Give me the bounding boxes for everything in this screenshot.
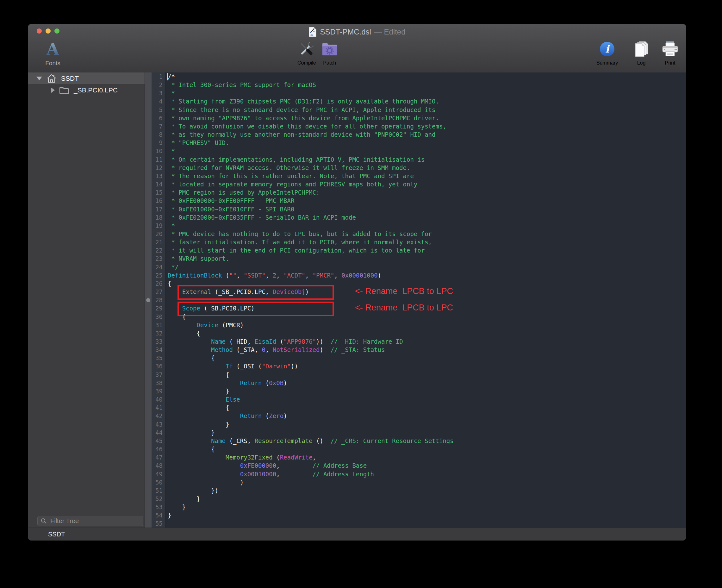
- code-token: 0x0B: [269, 379, 283, 386]
- gutter-line-number: 25: [152, 271, 166, 279]
- code-line[interactable]: 0xFE000000, // Address Base: [166, 461, 686, 470]
- code-line[interactable]: * 0xFE010000~0xFE010FFF - SPI BAR0: [166, 205, 686, 213]
- disclosure-closed-icon[interactable]: [51, 87, 55, 93]
- search-icon: [41, 518, 47, 524]
- code-line[interactable]: * "PCHRESV" UID.: [166, 139, 686, 147]
- code-line[interactable]: Return (0x0B): [166, 379, 686, 387]
- code-line[interactable]: Scope (_SB.PCI0.LPC)<- Rename LPCB to LP…: [166, 304, 686, 312]
- gutter-line-number: 17: [152, 205, 166, 213]
- code-line[interactable]: Name (_HID, EisaId ("APP9876")) // _HID:…: [166, 337, 686, 345]
- code-line[interactable]: * own naming "APP9876" to access this de…: [166, 114, 686, 122]
- code-line[interactable]: * 0xFE020000~0xFE035FFF - SerialIo BAR i…: [166, 213, 686, 222]
- code-line[interactable]: {: [166, 313, 686, 321]
- toolbar-print-button[interactable]: Print: [658, 40, 682, 66]
- code-token: "PMCR": [313, 272, 335, 279]
- code-line[interactable]: * it will start in the end of PCI config…: [166, 246, 686, 254]
- filter-tree-input[interactable]: [50, 517, 140, 525]
- code-line[interactable]: * Since there is no standard device for …: [166, 106, 686, 114]
- sidebar-item-sb-pci0-lpc[interactable]: _SB.PCI0.LPC: [28, 84, 145, 96]
- summary-icon: i: [599, 40, 615, 58]
- code-line[interactable]: Else: [166, 395, 686, 403]
- code-token: *: [168, 222, 175, 229]
- code-line[interactable]: }: [166, 495, 686, 503]
- code-line[interactable]: *: [166, 147, 686, 155]
- toolbar-fonts-button[interactable]: A Fonts: [36, 40, 70, 66]
- code-line[interactable]: [166, 519, 686, 528]
- editor-margin-row: [145, 254, 152, 263]
- code-token: DefinitionBlock: [168, 272, 222, 279]
- code-token: }: [168, 504, 186, 510]
- gutter-line-number: 38: [152, 379, 166, 387]
- code-token: "Darwin": [262, 363, 291, 370]
- code-line[interactable]: }): [166, 486, 686, 495]
- code-line[interactable]: * faster initialisation. If we add it to…: [166, 238, 686, 246]
- code-line[interactable]: Return (Zero): [166, 412, 686, 420]
- code-line[interactable]: }: [166, 420, 686, 428]
- code-line[interactable]: {: [166, 354, 686, 362]
- code-line[interactable]: * NVRAM support.: [166, 254, 686, 263]
- code-line[interactable]: 0x00010000, // Address Length: [166, 470, 686, 478]
- code-line[interactable]: Method (_STA, 0, NotSerialized) // _STA:…: [166, 345, 686, 354]
- editor-margin-row: [145, 304, 152, 312]
- code-line[interactable]: If (_OSI ("Darwin")): [166, 362, 686, 370]
- code-line[interactable]: }: [166, 428, 686, 437]
- code-line[interactable]: * PMC device has nothing to do to LPC bu…: [166, 230, 686, 238]
- code-token: * as they normally use another non-stand…: [168, 131, 436, 138]
- code-line[interactable]: {: [166, 403, 686, 412]
- code-line[interactable]: *: [166, 89, 686, 97]
- code-token: ,: [266, 272, 273, 279]
- gutter-line-number: 11: [152, 155, 166, 164]
- code-line[interactable]: }: [166, 503, 686, 511]
- code-line[interactable]: ): [166, 478, 686, 486]
- code-line[interactable]: * On certain implementations, including …: [166, 155, 686, 164]
- code-line[interactable]: Memory32Fixed (ReadWrite,: [166, 453, 686, 461]
- gutter-line-number: 50: [152, 478, 166, 486]
- code-line[interactable]: /*: [166, 72, 686, 81]
- toolbar-center-group: Compile Patch: [297, 40, 338, 66]
- code-line[interactable]: }: [166, 387, 686, 395]
- folder-icon: [59, 86, 69, 94]
- code-line[interactable]: Name (_CRS, ResourceTemplate () // _CRS:…: [166, 437, 686, 445]
- code-line[interactable]: {: [166, 445, 686, 453]
- code-line[interactable]: * To avoid confusion we disable this dev…: [166, 122, 686, 130]
- code-line[interactable]: *: [166, 222, 686, 230]
- sidebar-item-label: _SB.PCI0.LPC: [74, 86, 118, 94]
- editor-margin-row: [145, 428, 152, 437]
- sidebar-item-ssdt[interactable]: SSDT: [28, 72, 145, 84]
- code-token: Name: [211, 437, 226, 444]
- code-line[interactable]: * required for NVRAM access. Otherwise i…: [166, 164, 686, 172]
- toolbar-log-button[interactable]: Log: [630, 40, 653, 66]
- code-line[interactable]: * PMC region is used by AppleIntelPCHPMC…: [166, 188, 686, 196]
- code-line[interactable]: * as they normally use another non-stand…: [166, 130, 686, 139]
- code-line[interactable]: External (_SB_.PCI0.LPC, DeviceObj)<- Re…: [166, 288, 686, 296]
- toolbar-patch-button[interactable]: Patch: [321, 40, 338, 66]
- code-token: Memory32Fixed: [226, 454, 273, 461]
- code-line[interactable]: }: [166, 511, 686, 519]
- toolbar-summary-button[interactable]: i Summary: [590, 40, 625, 66]
- code-line[interactable]: * The reason for this is rather unclear.…: [166, 172, 686, 180]
- code-line[interactable]: */: [166, 263, 686, 271]
- code-token: [168, 437, 211, 444]
- editor-margin-row: [145, 519, 152, 528]
- toolbar-compile-button[interactable]: Compile: [297, 40, 316, 66]
- code-line[interactable]: DefinitionBlock ("", "SSDT", 2, "ACDT", …: [166, 271, 686, 279]
- code-token: (: [273, 454, 280, 461]
- code-editor[interactable]: /* * Intel 300-series PMC support for ma…: [166, 72, 686, 528]
- code-token: )): [291, 363, 298, 370]
- code-line[interactable]: {: [166, 371, 686, 379]
- tree-sidebar: SSDT _SB.PCI0.LPC: [28, 72, 145, 528]
- code-token: // Address Base: [313, 462, 367, 469]
- highlight-box: Scope (_SB.PCI0.LPC): [182, 305, 255, 312]
- disclosure-open-icon[interactable]: [36, 77, 42, 80]
- code-line[interactable]: * 0xFE000000~0xFE00FFFF - PMC MBAR: [166, 196, 686, 205]
- editor-margin-row: [145, 395, 152, 403]
- code-line[interactable]: * located in separate memory regions and…: [166, 180, 686, 188]
- code-line[interactable]: {: [166, 329, 686, 337]
- filter-tree-field[interactable]: [37, 516, 143, 526]
- code-line[interactable]: * Starting from Z390 chipsets PMC (D31:F…: [166, 97, 686, 105]
- code-line[interactable]: * Intel 300-series PMC support for macOS: [166, 81, 686, 89]
- code-token: ,: [276, 470, 312, 478]
- code-line[interactable]: Device (PMCR): [166, 321, 686, 329]
- gutter-line-number: 52: [152, 495, 166, 503]
- code-token: Scope: [182, 305, 200, 312]
